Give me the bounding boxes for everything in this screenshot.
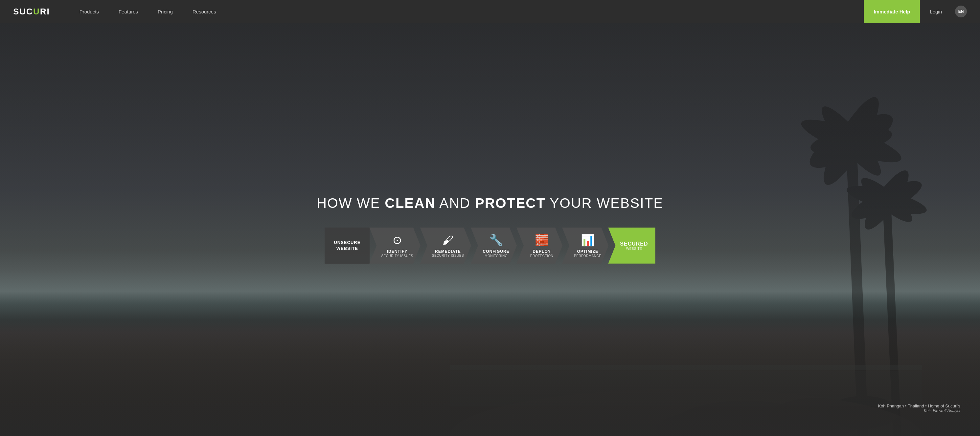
hero-content: HOW WE CLEAN AND PROTECT YOUR WEBSITE UN…: [0, 195, 980, 263]
deploy-sublabel: PROTECTION: [530, 254, 554, 258]
identify-sublabel: SECURITY ISSUES: [381, 254, 413, 258]
nav-resources[interactable]: Resources: [183, 0, 226, 23]
process-end: SECURED WEBSITE: [608, 228, 655, 263]
remediate-sublabel: SECURITY ISSUES: [432, 254, 464, 257]
nav-language[interactable]: EN: [955, 6, 967, 17]
configure-label: CONFIGURE: [483, 249, 509, 254]
secured-label: SECURED: [620, 241, 648, 247]
process-step-identify: ⊙ IDENTIFY SECURITY ISSUES: [369, 228, 420, 263]
hero-title: HOW WE CLEAN AND PROTECT YOUR WEBSITE: [6, 195, 974, 211]
remediate-label: REMEDIATE: [435, 249, 461, 254]
identify-label: IDENTIFY: [387, 249, 408, 254]
process-step-deploy: 🧱 DEPLOY PROTECTION: [517, 228, 562, 263]
deploy-icon: 🧱: [535, 233, 549, 247]
nav-immediate-help[interactable]: Immediate Help: [864, 0, 920, 23]
nav-features[interactable]: Features: [109, 0, 148, 23]
navbar: SUCURI Products Features Pricing Resourc…: [0, 0, 980, 23]
configure-icon: 🔧: [489, 233, 503, 247]
location-text: Koh Phangan • Thailand • Home of Sucuri'…: [878, 403, 960, 413]
process-row: UNSECURE WEBSITE ⊙ IDENTIFY SECURITY ISS…: [318, 228, 663, 263]
process-step-remediate: 🖌 REMEDIATE SECURITY ISSUES: [420, 228, 471, 263]
nav-pricing[interactable]: Pricing: [148, 0, 183, 23]
secured-sublabel: WEBSITE: [626, 247, 642, 251]
process-step-optimize: 📊 OPTIMIZE PERFORMANCE: [562, 228, 608, 263]
process-start: UNSECURE WEBSITE: [325, 228, 370, 263]
logo-accent: U: [33, 6, 40, 16]
nav-products[interactable]: Products: [70, 0, 109, 23]
process-step-configure: 🔧 CONFIGURE MONITORING: [471, 228, 517, 263]
remediate-icon: 🖌: [442, 234, 453, 247]
configure-sublabel: MONITORING: [485, 254, 508, 258]
identify-icon: ⊙: [393, 233, 402, 247]
hero-section: HOW WE CLEAN AND PROTECT YOUR WEBSITE UN…: [0, 23, 980, 436]
optimize-icon: 📊: [581, 233, 595, 247]
site-logo[interactable]: SUCURI: [13, 6, 50, 17]
optimize-sublabel: PERFORMANCE: [574, 254, 601, 258]
optimize-label: OPTIMIZE: [577, 249, 598, 254]
deploy-label: DEPLOY: [533, 249, 550, 254]
nav-login[interactable]: Login: [920, 9, 952, 14]
nav-links: Products Features Pricing Resources: [70, 0, 864, 23]
